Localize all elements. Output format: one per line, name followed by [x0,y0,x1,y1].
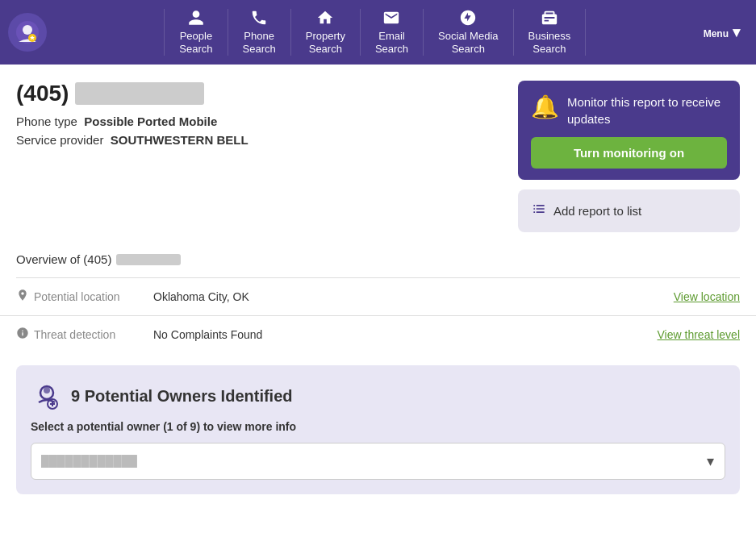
phone-provider-value: SOUTHWESTERN BELL [111,133,249,147]
threat-row: Threat detection No Complaints Found Vie… [0,316,756,353]
nav-item-people-search[interactable]: People Search [164,9,228,55]
owners-dropdown[interactable]: ████████████ [31,443,725,480]
add-report-button[interactable]: Add report to list [518,189,740,232]
logo [8,13,47,52]
overview-section: Overview of (405) [0,240,756,266]
location-row: Potential location Oklahoma City, OK Vie… [0,278,756,316]
owners-dropdown-wrap: ████████████ ▾ [31,443,725,480]
phone-provider-row: Service provider SOUTHWESTERN BELL [16,133,502,147]
location-value: Oklahoma City, OK [153,290,674,303]
main-content: (405) Phone type Possible Ported Mobile … [0,65,756,240]
phone-type-value: Possible Ported Mobile [84,115,217,128]
add-report-label: Add report to list [553,204,641,218]
nav-item-business-search[interactable]: Business Search [514,9,587,55]
phone-number: (405) [16,81,502,106]
location-label: Potential location [16,289,153,305]
pin-icon [16,289,29,305]
overview-title: Overview of (405) [16,252,740,266]
svg-point-4 [44,387,50,394]
list-add-icon [531,201,547,221]
owners-subtitle: Select a potential owner (1 of 9) to vie… [31,420,725,433]
phone-info-section: (405) Phone type Possible Ported Mobile … [16,81,502,232]
owners-count: 9 [71,387,85,405]
threat-value: No Complaints Found [153,328,658,341]
owners-header: 9 Potential Owners Identified [31,380,725,412]
nav-item-social-media-search[interactable]: Social Media Search [424,9,513,55]
phone-type-row: Phone type Possible Ported Mobile [16,115,502,128]
menu-button[interactable]: Menu ▾ [695,23,748,41]
view-location-link[interactable]: View location [674,290,740,303]
main-nav: People Search Phone Search Property Sear… [0,0,756,65]
owners-icon [31,380,63,412]
bell-icon: 🔔 [531,94,559,120]
owners-section: 9 Potential Owners Identified Select a p… [16,365,740,494]
info-icon [16,327,29,343]
action-section: 🔔 Monitor this report to receive updates… [518,81,740,232]
threat-label: Threat detection [16,327,153,343]
phone-number-blurred [75,82,204,105]
nav-item-email-search[interactable]: Email Search [361,9,424,55]
nav-items: People Search Phone Search Property Sear… [55,9,695,55]
monitor-box: 🔔 Monitor this report to receive updates… [518,81,740,180]
owners-title: Potential Owners Identified [85,387,293,405]
monitor-button[interactable]: Turn monitoring on [531,137,727,169]
monitor-header: 🔔 Monitor this report to receive updates [531,94,727,127]
svg-point-1 [23,25,32,35]
monitor-title: Monitor this report to receive updates [567,94,727,127]
view-threat-link[interactable]: View threat level [658,328,740,341]
nav-item-phone-search[interactable]: Phone Search [228,9,291,55]
nav-item-property-search[interactable]: Property Search [291,9,361,55]
overview-number-blurred [116,254,181,265]
